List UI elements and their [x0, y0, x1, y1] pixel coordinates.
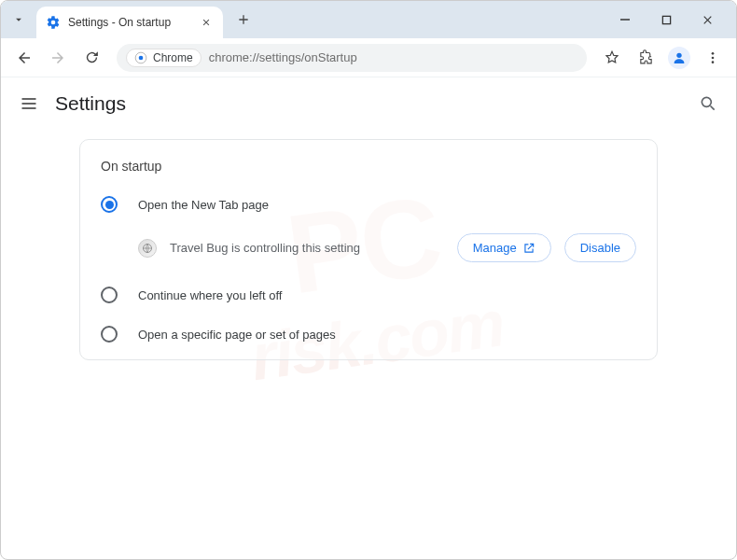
radio-selected[interactable] — [101, 196, 118, 213]
site-chip[interactable]: Chrome — [126, 49, 202, 67]
profile-button[interactable] — [665, 44, 693, 72]
settings-header: Settings — [1, 77, 736, 130]
star-icon — [604, 49, 620, 66]
person-icon — [672, 50, 687, 65]
svg-point-4 — [712, 52, 715, 55]
minimize-button[interactable] — [609, 7, 641, 33]
option-label: Continue where you left off — [138, 288, 282, 302]
gear-icon — [46, 15, 61, 30]
svg-point-7 — [702, 97, 711, 106]
on-startup-card: On startup Open the New Tab page Travel … — [79, 139, 658, 360]
search-settings-button[interactable] — [699, 94, 717, 113]
content-area: On startup Open the New Tab page Travel … — [1, 130, 736, 360]
titlebar: Settings - On startup — [1, 1, 736, 38]
url-text: chrome://settings/onStartup — [209, 50, 357, 64]
svg-point-3 — [676, 52, 681, 57]
close-window-button[interactable] — [691, 7, 723, 33]
minimize-icon — [619, 14, 631, 25]
section-title: On startup — [80, 146, 657, 185]
arrow-left-icon — [16, 49, 33, 66]
option-label: Open the New Tab page — [138, 198, 269, 212]
manage-button[interactable]: Manage — [457, 233, 551, 262]
puzzle-icon — [638, 49, 654, 65]
search-icon — [699, 94, 717, 113]
globe-icon — [142, 243, 153, 254]
plus-icon — [237, 13, 250, 26]
chevron-down-icon — [12, 13, 25, 26]
radio-unselected[interactable] — [101, 287, 118, 303]
extensions-button[interactable] — [632, 44, 660, 72]
startup-option-continue[interactable]: Continue where you left off — [80, 275, 657, 315]
address-bar[interactable]: Chrome chrome://settings/onStartup — [117, 44, 587, 72]
svg-point-5 — [712, 56, 715, 59]
window-controls — [609, 7, 730, 33]
extension-icon — [138, 239, 157, 258]
hamburger-icon — [20, 94, 38, 113]
maximize-icon — [661, 15, 672, 25]
tab-close-button[interactable] — [199, 15, 214, 30]
disable-label: Disable — [580, 241, 620, 255]
startup-option-new-tab[interactable]: Open the New Tab page — [80, 185, 657, 224]
radio-unselected[interactable] — [101, 326, 118, 343]
reload-icon — [84, 49, 100, 65]
arrow-right-icon — [49, 49, 66, 66]
extension-notice-text: Travel Bug is controlling this setting — [170, 241, 444, 255]
maximize-button[interactable] — [650, 7, 682, 33]
svg-point-2 — [139, 55, 144, 60]
extension-notice-row: Travel Bug is controlling this setting M… — [80, 224, 657, 275]
close-icon — [202, 18, 211, 27]
new-tab-button[interactable] — [230, 7, 257, 33]
svg-point-6 — [712, 61, 715, 63]
startup-option-specific-pages[interactable]: Open a specific page or set of pages — [80, 315, 657, 354]
svg-rect-0 — [662, 16, 670, 23]
manage-label: Manage — [473, 241, 517, 255]
chrome-logo-icon — [134, 51, 147, 64]
option-label: Open a specific page or set of pages — [138, 328, 336, 342]
settings-menu-button[interactable] — [20, 94, 38, 113]
bookmark-button[interactable] — [598, 44, 626, 72]
open-external-icon — [522, 242, 535, 255]
page-title: Settings — [55, 92, 126, 115]
avatar — [668, 47, 690, 69]
tab-title: Settings - On startup — [68, 16, 191, 29]
browser-tab[interactable]: Settings - On startup — [36, 7, 223, 38]
forward-button[interactable] — [44, 44, 72, 72]
disable-button[interactable]: Disable — [564, 233, 636, 262]
kebab-icon — [705, 50, 720, 65]
toolbar: Chrome chrome://settings/onStartup — [1, 38, 736, 77]
back-button[interactable] — [10, 44, 38, 72]
reload-button[interactable] — [77, 44, 105, 72]
site-chip-label: Chrome — [153, 51, 193, 64]
menu-button[interactable] — [699, 44, 727, 72]
close-icon — [702, 14, 714, 26]
search-tabs-button[interactable] — [7, 7, 31, 32]
